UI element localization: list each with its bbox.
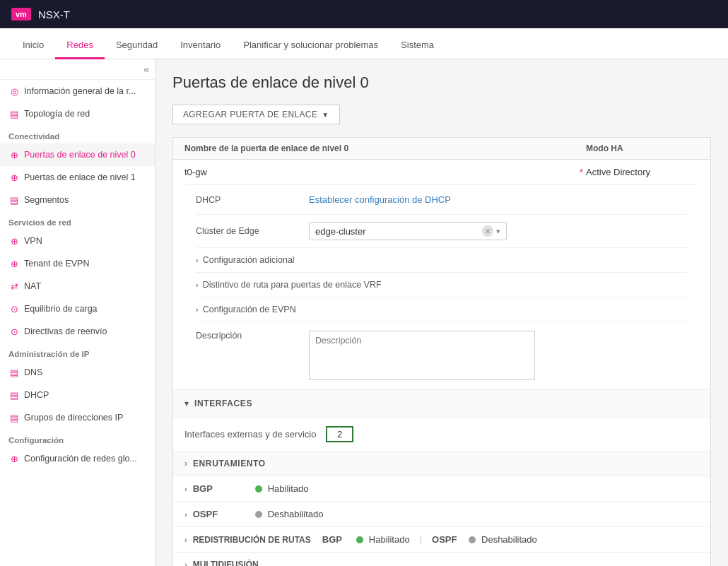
config-adicional-label: Configuración adicional — [203, 255, 295, 265]
table-header: Nombre de la puerta de enlace de nivel 0… — [173, 138, 710, 160]
nav-inicio[interactable]: Inicio — [11, 33, 55, 59]
sidebar-section-servicios: Servicios de red — [0, 211, 155, 230]
multicast-label: MULTIDIFUSIÓN — [193, 560, 259, 566]
sidebar-item-evpn[interactable]: ⊕ Tenant de EVPN — [0, 252, 155, 275]
config-evpn-label: Configuración de EVPN — [203, 305, 296, 314]
bgp-row[interactable]: › BGP Habilitado — [173, 476, 710, 502]
page-title: Puertas de enlace de nivel 0 — [172, 73, 711, 92]
select-icons: ✕ ▾ — [482, 225, 500, 237]
gateway-row: * Active Directory DHCP Establecer confi… — [173, 160, 710, 390]
edge-cluster-label: Clúster de Edge — [196, 226, 309, 236]
sidebar-item-dhcp[interactable]: ▤ DHCP — [0, 384, 155, 406]
config-adicional-row[interactable]: › Configuración adicional — [196, 248, 688, 273]
bgp-status-dot — [255, 485, 262, 493]
sidebar-item-label: Información general de la r... — [24, 86, 136, 96]
dhcp-label: DHCP — [196, 195, 309, 205]
sidebar-collapse-area: « — [0, 59, 155, 80]
interfaces-section-header[interactable]: ▾ INTERFACES — [173, 390, 710, 418]
equilibrio-icon: ⊙ — [8, 303, 20, 314]
sidebar-item-label: Directivas de reenvío — [24, 326, 107, 336]
redist-ospf-dot — [469, 536, 476, 543]
ha-value: Active Directory — [586, 167, 699, 177]
sidebar-item-topologia[interactable]: ▤ Topología de red — [0, 102, 155, 125]
dhcp-link[interactable]: Establecer configuración de DHCP — [309, 194, 688, 205]
description-row: Descripción — [196, 322, 688, 389]
col-ha-header: Modo HA — [586, 143, 699, 153]
redist-bgp-dot — [356, 536, 363, 543]
sidebar-item-vpn[interactable]: ⊕ VPN — [0, 230, 155, 252]
sidebar-item-nivel0[interactable]: ⊕ Puertas de enlace de nivel 0 — [0, 143, 155, 166]
multicast-row[interactable]: › MULTIDIFUSIÓN — [173, 553, 710, 566]
routing-section-header[interactable]: › ENRUTAMIENTO — [173, 452, 710, 476]
app-title: NSX-T — [38, 8, 70, 20]
interfaces-count-button[interactable]: 2 — [326, 426, 353, 442]
description-textarea[interactable] — [309, 331, 535, 380]
ospf-label: OSPF — [193, 509, 249, 519]
sidebar-item-directivas[interactable]: ⊙ Directivas de reenvío — [0, 320, 155, 343]
form-section: DHCP Establecer configuración de DHCP Cl… — [184, 185, 699, 389]
config-redes-icon: ⊕ — [8, 453, 20, 464]
vpn-icon: ⊕ — [8, 235, 20, 247]
redistribution-row[interactable]: › REDISTRIBUCIÓN DE RUTAS BGP Habilitado… — [173, 527, 710, 553]
sidebar-item-segmentos[interactable]: ▤ Segmentos — [0, 189, 155, 211]
evpn-icon: ⊕ — [8, 258, 20, 269]
sidebar-section-conectividad: Conectividad — [0, 125, 155, 143]
nat-icon: ⇄ — [8, 281, 20, 292]
nav-seguridad[interactable]: Seguridad — [105, 33, 169, 59]
sidebar-section-admin-ip: Administración de IP — [0, 343, 155, 361]
sidebar-item-nat[interactable]: ⇄ NAT — [0, 275, 155, 297]
directivas-icon: ⊙ — [8, 326, 20, 337]
config-evpn-row[interactable]: › Configuración de EVPN — [196, 297, 688, 322]
edge-cluster-row: Clúster de Edge edge-cluster ✕ ▾ — [196, 215, 688, 248]
redistribution-arrow-icon: › — [184, 536, 187, 544]
sidebar-item-label: DHCP — [24, 390, 49, 400]
interfaces-row: Interfaces externas y de servicio 2 — [173, 418, 710, 452]
sidebar-item-label: Tenant de EVPN — [24, 259, 89, 269]
distintivo-ruta-arrow-icon: › — [196, 281, 199, 289]
nivel1-icon: ⊕ — [8, 172, 20, 183]
sidebar-collapse-button[interactable]: « — [143, 64, 149, 75]
clear-icon[interactable]: ✕ — [482, 225, 493, 237]
sidebar-item-nivel1[interactable]: ⊕ Puertas de enlace de nivel 1 — [0, 166, 155, 189]
distintivo-ruta-label: Distintivo de ruta para puertas de enlac… — [203, 280, 382, 290]
sidebar-item-config-redes[interactable]: ⊕ Configuración de redes glo... — [0, 447, 155, 470]
edge-cluster-value: edge-cluster — [315, 226, 482, 237]
nav-redes[interactable]: Redes — [55, 33, 105, 59]
dhcp-row: DHCP Establecer configuración de DHCP — [196, 185, 688, 215]
sidebar-item-label: Puertas de enlace de nivel 0 — [24, 150, 136, 160]
ospf-row[interactable]: › OSPF Deshabilitado — [173, 502, 710, 527]
bgp-status-text: Habilitado — [268, 483, 309, 494]
sidebar: « ◎ Información general de la r... ▤ Top… — [0, 59, 155, 566]
ospf-status-text: Deshabilitado — [268, 509, 324, 519]
gateway-name-row: * Active Directory — [184, 160, 699, 185]
sidebar-item-label: Grupos de direcciones IP — [24, 413, 123, 423]
gateway-card: Nombre de la puerta de enlace de nivel 0… — [172, 137, 711, 566]
add-gateway-chevron-icon: ▼ — [322, 111, 329, 119]
ospf-status-dot — [255, 511, 262, 518]
nav-sistema[interactable]: Sistema — [389, 33, 445, 59]
dhcp-icon: ▤ — [8, 389, 20, 401]
topbar: vm NSX-T — [0, 0, 728, 28]
description-label: Descripción — [196, 331, 309, 341]
edge-cluster-select[interactable]: edge-cluster ✕ ▾ — [309, 222, 507, 240]
routing-collapse-icon: › — [184, 459, 187, 468]
distintivo-ruta-row[interactable]: › Distintivo de ruta para puertas de enl… — [196, 273, 688, 297]
redist-bgp-label: BGP — [322, 534, 351, 545]
chevron-down-icon[interactable]: ▾ — [496, 227, 500, 236]
redist-ospf-label: OSPF — [432, 534, 463, 545]
config-evpn-arrow-icon: › — [196, 305, 199, 314]
nav-inventario[interactable]: Inventario — [169, 33, 232, 59]
sidebar-item-dns[interactable]: ▤ DNS — [0, 361, 155, 384]
add-gateway-button[interactable]: AGREGAR PUERTA DE ENLACE ▼ — [172, 105, 340, 124]
sidebar-item-info-general[interactable]: ◎ Información general de la r... — [0, 80, 155, 102]
sidebar-item-grupos-ip[interactable]: ▤ Grupos de direcciones IP — [0, 406, 155, 429]
redistribution-label: REDISTRIBUCIÓN DE RUTAS — [193, 535, 311, 545]
sidebar-item-equilibrio[interactable]: ⊙ Equilibrio de carga — [0, 297, 155, 320]
gateway-name-input[interactable] — [184, 167, 577, 177]
bgp-arrow-icon: › — [184, 485, 187, 493]
redist-bgp-status: Habilitado — [369, 534, 410, 545]
nav-planificar[interactable]: Planificar y solucionar problemas — [232, 33, 389, 59]
layout: « ◎ Información general de la r... ▤ Top… — [0, 59, 728, 566]
col-name-header: Nombre de la puerta de enlace de nivel 0 — [184, 143, 586, 153]
interfaces-collapse-icon: ▾ — [184, 399, 189, 408]
